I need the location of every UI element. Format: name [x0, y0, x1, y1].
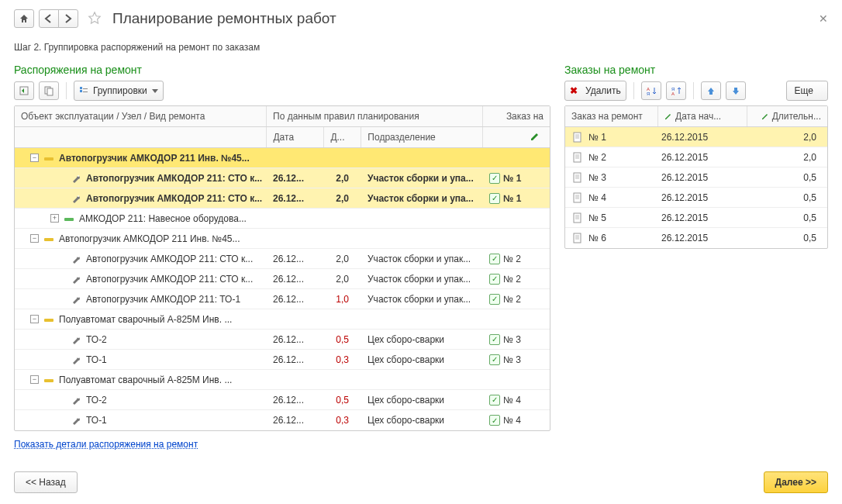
order-row[interactable]: № 426.12.20150,5: [565, 188, 827, 208]
copy-button[interactable]: [39, 81, 59, 100]
svg-point-14: [78, 296, 79, 298]
table-row[interactable]: −Полуавтомат сварочный А-825М Инв. ...: [15, 370, 550, 390]
row-duration: 0,5: [324, 334, 361, 345]
delete-x-icon: ✖: [570, 85, 578, 96]
table-row[interactable]: ТО-126.12...0,3Цех сборо-сварки✓№ 3: [15, 350, 550, 370]
tree-toggle[interactable]: −: [30, 375, 39, 384]
ungroup-button[interactable]: [14, 81, 34, 100]
home-button[interactable]: [14, 9, 34, 28]
table-row[interactable]: +АМКОДОР 211: Навесное оборудова...: [15, 209, 550, 229]
green-icon: [64, 213, 74, 224]
table-row[interactable]: Автопогрузчик АМКОДОР 211: ТО-126.12...1…: [15, 289, 550, 309]
row-label: ТО-1: [86, 415, 107, 426]
table-row[interactable]: ТО-226.12...0,5Цех сборо-сварки✓№ 3: [15, 330, 550, 350]
table-row[interactable]: ТО-226.12...0,5Цех сборо-сварки✓№ 4: [15, 390, 550, 410]
grouping-dropdown[interactable]: Группировки: [74, 81, 164, 101]
svg-point-17: [78, 357, 79, 358]
row-dept: Участок сборки и упа...: [361, 193, 483, 204]
sort-asc-button[interactable]: АЯ: [641, 81, 661, 100]
svg-point-16: [78, 337, 79, 338]
document-icon: [573, 192, 582, 203]
table-row[interactable]: ТО-126.12...0,3Цех сборо-сварки✓№ 4: [15, 410, 550, 430]
svg-rect-3: [80, 87, 82, 89]
table-row[interactable]: Автопогрузчик АМКОДОР 211: СТО к...26.12…: [15, 168, 550, 188]
tree-toggle[interactable]: −: [30, 154, 39, 162]
pencil-icon: [664, 112, 672, 120]
table-row[interactable]: −Полуавтомат сварочный А-825М Инв. ...: [15, 309, 550, 330]
wrench-icon: [71, 415, 81, 426]
delete-button[interactable]: ✖Удалить: [564, 81, 626, 101]
next-step-button[interactable]: Далее >>: [764, 471, 828, 493]
forward-button[interactable]: [58, 9, 78, 28]
order-date: 26.12.2015: [658, 132, 747, 143]
order-row[interactable]: № 126.12.20152,0: [565, 127, 827, 147]
row-dept: Цех сборо-сварки: [361, 334, 483, 345]
col-dur-right[interactable]: Длительн...: [747, 106, 827, 126]
row-dept: Цех сборо-сварки: [361, 395, 483, 406]
tree-toggle[interactable]: −: [30, 315, 39, 323]
table-row[interactable]: −Автопогрузчик АМКОДОР 211 Инв. №45...: [15, 229, 550, 249]
col-date[interactable]: Дата: [267, 127, 324, 147]
order-row[interactable]: № 626.12.20150,5: [565, 228, 827, 248]
svg-rect-6: [83, 91, 88, 92]
row-date: 26.12...: [267, 173, 324, 184]
col-order[interactable]: Заказ на: [483, 106, 550, 126]
row-order: ✓№ 2: [483, 254, 550, 264]
pencil-icon: [761, 112, 769, 120]
document-icon: [573, 132, 582, 143]
row-duration: 2,0: [324, 254, 361, 264]
row-label: Автопогрузчик АМКОДОР 211: СТО к...: [86, 254, 253, 264]
close-button[interactable]: ✕: [819, 12, 828, 25]
check-icon: ✓: [489, 294, 500, 305]
col-date-right[interactable]: Дата нач...: [658, 106, 747, 126]
order-row[interactable]: № 526.12.20150,5: [565, 208, 827, 228]
move-down-button[interactable]: [726, 81, 746, 100]
repairs-table: Объект эксплуатации / Узел / Вид ремонта…: [14, 105, 550, 431]
wrench-icon: [71, 294, 81, 305]
row-label: Полуавтомат сварочный А-825М Инв. ...: [59, 314, 232, 325]
svg-rect-5: [83, 88, 88, 89]
row-duration: 2,0: [324, 193, 361, 204]
check-icon: ✓: [489, 395, 500, 406]
col-plan[interactable]: По данным правил планирования: [267, 106, 483, 126]
tree-toggle[interactable]: −: [30, 234, 39, 243]
order-date: 26.12.2015: [658, 192, 747, 203]
step-label: Шаг 2. Группировка распоряжений на ремон…: [14, 42, 828, 53]
details-link[interactable]: Показать детали распоряжения на ремонт: [14, 439, 198, 450]
wrench-icon: [71, 354, 81, 365]
table-row[interactable]: Автопогрузчик АМКОДОР 211: СТО к...26.12…: [15, 188, 550, 209]
tree-toggle[interactable]: +: [50, 214, 59, 223]
table-row[interactable]: Автопогрузчик АМКОДОР 211: СТО к...26.12…: [15, 269, 550, 289]
svg-rect-27: [574, 173, 581, 182]
col-object[interactable]: Объект эксплуатации / Узел / Вид ремонта: [15, 106, 267, 126]
svg-rect-26: [574, 153, 581, 162]
left-heading: Распоряжения на ремонт: [14, 64, 550, 76]
back-step-button[interactable]: << Назад: [14, 471, 78, 493]
svg-rect-25: [574, 133, 581, 142]
order-duration: 2,0: [747, 152, 827, 163]
col-dur[interactable]: Д...: [324, 127, 361, 147]
svg-text:Я: Я: [647, 91, 650, 96]
favorite-icon[interactable]: [88, 11, 102, 27]
order-row[interactable]: № 326.12.20150,5: [565, 167, 827, 188]
order-label: № 2: [565, 152, 658, 163]
grouping-icon: [79, 86, 88, 95]
back-button[interactable]: [39, 9, 59, 28]
row-dept: Цех сборо-сварки: [361, 415, 483, 426]
order-label: № 5: [565, 212, 658, 223]
col-dept[interactable]: Подразделение: [361, 127, 483, 147]
check-icon: ✓: [489, 334, 500, 345]
svg-point-8: [78, 175, 79, 177]
row-duration: 0,5: [324, 395, 361, 406]
document-icon: [573, 212, 582, 223]
more-button[interactable]: Еще: [786, 81, 828, 101]
table-row[interactable]: Автопогрузчик АМКОДОР 211: СТО к...26.12…: [15, 249, 550, 269]
table-row[interactable]: −Автопогрузчик АМКОДОР 211 Инв. №45...: [15, 148, 550, 168]
row-label: ТО-2: [86, 395, 107, 406]
order-row[interactable]: № 226.12.20152,0: [565, 147, 827, 167]
col-order-right[interactable]: Заказ на ремонт: [565, 106, 658, 126]
svg-rect-18: [44, 379, 53, 382]
sort-desc-button[interactable]: ЯА: [666, 81, 686, 100]
move-up-button[interactable]: [701, 81, 721, 100]
order-date: 26.12.2015: [658, 152, 747, 163]
